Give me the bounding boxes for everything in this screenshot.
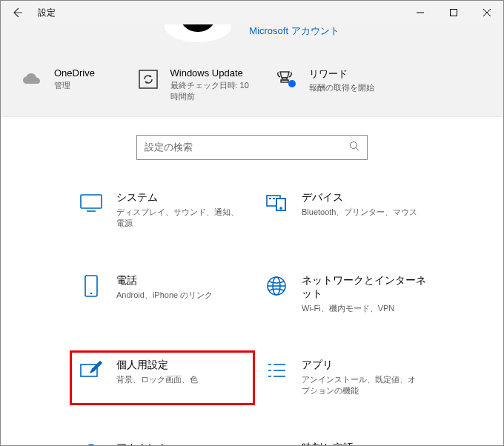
category-sub: Bluetooth、プリンター、マウス [302, 207, 417, 218]
category-devices[interactable]: デバイス Bluetooth、プリンター、マウス [259, 187, 437, 234]
header-tiles: OneDrive 管理 Windows Update 最終チェック日時: 10 … [1, 67, 503, 103]
header: Microsoft アカウント OneDrive 管理 Windows Upda… [1, 24, 503, 117]
category-title: 時刻と言語 [302, 442, 354, 446]
category-sub: アンインストール、既定値、オプションの機能 [302, 374, 420, 397]
maximize-button[interactable] [437, 1, 470, 24]
minimize-button[interactable] [403, 1, 437, 24]
category-apps[interactable]: アプリ アンインストール、既定値、オプションの機能 [259, 354, 437, 402]
category-accounts[interactable]: アカウント [73, 437, 251, 446]
svg-rect-4 [139, 70, 157, 88]
window-title: 設定 [33, 7, 56, 19]
svg-rect-1 [450, 10, 457, 16]
avatar[interactable] [165, 24, 231, 42]
svg-rect-10 [81, 195, 102, 208]
titlebar: 設定 [1, 1, 503, 24]
category-title: アプリ [302, 359, 420, 372]
clock-language-icon: A字 [265, 442, 288, 446]
svg-point-19 [90, 292, 93, 294]
svg-point-7 [288, 80, 296, 87]
search-icon [349, 141, 359, 153]
tile-title: リワード [309, 67, 374, 81]
svg-rect-6 [281, 80, 288, 82]
paintbrush-icon [79, 359, 103, 382]
category-sub: 背景、ロック画面、色 [116, 374, 198, 385]
search-wrap: 設定の検索 [1, 135, 503, 160]
tile-sub: 最終チェック日時: 10 時間前 [170, 80, 259, 103]
phone-icon [79, 274, 103, 298]
search-placeholder: 設定の検索 [145, 141, 193, 154]
tile-windows-update[interactable]: Windows Update 最終チェック日時: 10 時間前 [136, 67, 276, 103]
person-icon [79, 442, 103, 446]
category-sub: Wi-Fi、機内モード、VPN [302, 303, 431, 314]
category-title: ネットワークとインターネット [302, 274, 431, 301]
category-phone[interactable]: 電話 Android、iPhone のリンク [73, 270, 251, 319]
category-title: 個人用設定 [116, 359, 198, 372]
svg-point-15 [280, 207, 282, 209]
rewards-icon [275, 67, 299, 91]
tile-title: OneDrive [54, 67, 95, 79]
category-system[interactable]: システム ディスプレイ、サウンド、通知、電源 [73, 187, 251, 234]
cloud-icon [20, 67, 44, 91]
arrow-left-icon [11, 7, 23, 19]
tile-sub: 報酬の取得を開始 [309, 82, 374, 93]
tile-onedrive[interactable]: OneDrive 管理 [20, 67, 136, 103]
tile-title: Windows Update [170, 67, 259, 79]
svg-line-9 [357, 148, 359, 151]
category-network[interactable]: ネットワークとインターネット Wi-Fi、機内モード、VPN [259, 270, 437, 319]
apps-icon [265, 359, 288, 382]
tile-rewards[interactable]: リワード 報酬の取得を開始 [275, 67, 391, 103]
minimize-icon [417, 9, 424, 16]
category-title: 電話 [116, 274, 213, 287]
category-title: アカウント [116, 442, 168, 446]
category-title: デバイス [302, 191, 417, 204]
tile-sub: 管理 [54, 80, 95, 91]
back-button[interactable] [1, 1, 33, 24]
category-time-language[interactable]: A字 時刻と言語 [259, 437, 437, 446]
globe-icon [265, 274, 288, 298]
close-button[interactable] [470, 1, 503, 24]
category-personalization[interactable]: 個人用設定 背景、ロック画面、色 [73, 354, 251, 402]
svg-point-8 [351, 142, 357, 149]
category-title: システム [116, 191, 245, 204]
close-icon [483, 9, 491, 16]
account-row: Microsoft アカウント [1, 24, 503, 47]
categories-grid: システム ディスプレイ、サウンド、通知、電源 デバイス Bluetooth、プリ… [1, 160, 503, 440]
devices-icon [265, 191, 288, 215]
maximize-icon [450, 9, 457, 16]
svg-rect-16 [269, 198, 271, 199]
microsoft-account-link[interactable]: Microsoft アカウント [249, 24, 339, 38]
search-input[interactable]: 設定の検索 [136, 135, 368, 160]
svg-rect-17 [273, 198, 275, 199]
category-sub: Android、iPhone のリンク [116, 290, 213, 301]
display-icon [79, 191, 103, 215]
category-sub: ディスプレイ、サウンド、通知、電源 [116, 207, 245, 230]
update-icon [136, 67, 160, 91]
